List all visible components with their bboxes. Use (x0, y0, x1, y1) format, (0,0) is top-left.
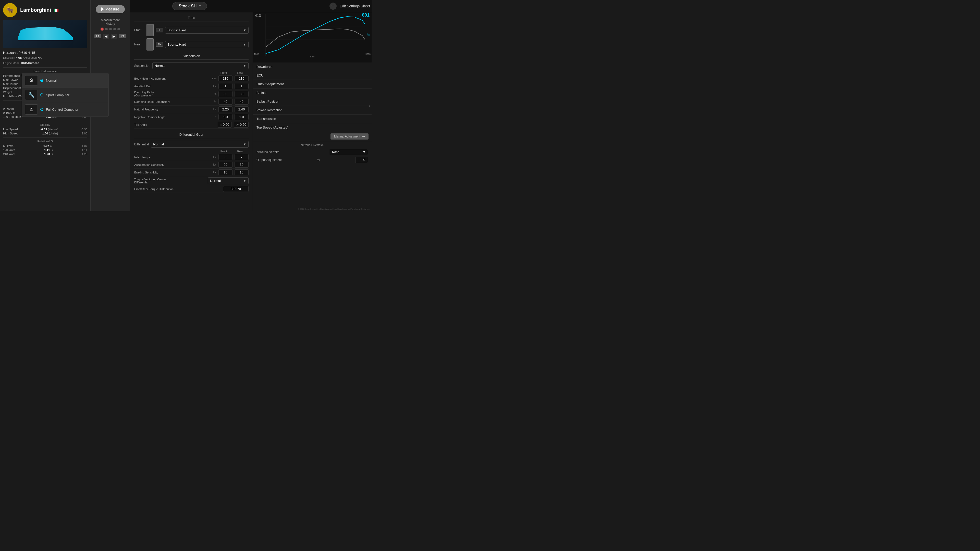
output-adj-label2: Output Adjustment (256, 158, 282, 162)
diff-label: Differential (134, 143, 149, 146)
rot-60-row: 60 km/h 1.07 G 1.07 (3, 144, 87, 148)
nitrous-row: Nitrous/Overtake None ▼ (256, 149, 368, 155)
front-tire-label: Front (134, 28, 145, 32)
front-tire-row: Front SH Sports: Hard ▼ (134, 24, 248, 36)
anti-roll-rear[interactable]: 1 (234, 83, 248, 89)
braking-sens-rear[interactable]: 15 (234, 169, 248, 175)
rear-tire-icon (146, 38, 154, 51)
fr-torque-value: 30 : 70 (223, 186, 248, 192)
initial-torque-front[interactable]: 5 (218, 154, 232, 160)
full-radio (40, 108, 43, 111)
diff-col-rear: Rear (232, 150, 248, 153)
braking-sens-row: Braking Sensitivity Lv. 10 15 (134, 168, 248, 176)
ecu-option-normal[interactable]: ⚙ Normal (22, 73, 108, 88)
accel-sens-row: Acceleration Sensitivity Lv. 20 30 (134, 161, 248, 168)
front-tire-select[interactable]: Sports: Hard ▼ (165, 27, 248, 34)
center-panel: Tires Front SH Sports: Hard ▼ Rear SH Sp… (130, 0, 253, 211)
body-height-front[interactable]: 115 (218, 76, 232, 81)
neg-camber-front[interactable]: 1.0 (218, 114, 232, 120)
flag-icon: 🇮🇹 (54, 8, 59, 13)
manual-adj-button[interactable]: Manual Adjustment ••• (331, 133, 369, 140)
ecu-option-full[interactable]: 🖥 Full Control Computer (22, 102, 108, 117)
output-adj-label: Output Adjustment (256, 82, 284, 86)
body-height-rear[interactable]: 115 (234, 76, 248, 81)
differential-value: Normal (153, 142, 164, 146)
rear-sh-badge: SH (156, 42, 163, 47)
torque-vec-label: Torque-Vectoring CenterDifferential (134, 178, 206, 184)
damping-c-row: Damping Ratio(Compression) % 30 30 (134, 90, 248, 98)
dot-5[interactable] (118, 28, 120, 30)
ballast-item[interactable]: Ballast (253, 89, 372, 97)
output-adj-value[interactable]: 0 (355, 157, 368, 163)
transmission-item[interactable]: Transmission (253, 114, 372, 123)
high-speed-row: High Speed -1.00 (Under) -1.00 (3, 131, 87, 135)
chart-hp-value: 601 (362, 13, 369, 18)
chart-rpm-label: rpm (310, 55, 314, 58)
output-adj-row: Output Adjustment % 0 (256, 157, 368, 163)
l1-badge: L1 (94, 34, 101, 38)
downforce-item[interactable]: Downforce (253, 62, 372, 71)
chevron-right-icon[interactable]: › (369, 103, 371, 108)
dot-3[interactable] (109, 28, 112, 30)
natural-freq-rear[interactable]: 2.40 (234, 106, 248, 112)
braking-sens-front[interactable]: 10 (218, 169, 232, 175)
menu-icon: ≡ (199, 4, 200, 8)
output-adj-item[interactable]: Output Adjustment (253, 80, 372, 89)
tires-section: Tires Front SH Sports: Hard ▼ Rear SH Sp… (130, 12, 253, 195)
toe-angle-rear[interactable]: ↗ 0.20 (234, 122, 248, 127)
copyright-text: © 2022 Sony Interactive Entertainment In… (298, 208, 370, 210)
accel-sens-front[interactable]: 20 (218, 162, 232, 168)
damping-e-front[interactable]: 40 (218, 99, 232, 105)
accel-sens-rear[interactable]: 30 (234, 162, 248, 168)
chart-rpm-max: 9000 (366, 53, 371, 56)
top-speed-label: Top Speed (Adjusted) (256, 125, 288, 129)
toe-angle-front[interactable]: ↕ 0.00 (218, 122, 232, 127)
nav-controls: L1 ◀ ▶ R1 (94, 34, 126, 39)
rear-tire-select[interactable]: Sports: Hard ▼ (165, 41, 248, 48)
initial-torque-row: Initial Torque Lv. 5 7 (134, 153, 248, 161)
differential-dropdown[interactable]: Normal ▼ (151, 141, 248, 148)
lamborghini-logo: 🐂 (3, 3, 17, 17)
torque-vec-dropdown[interactable]: Normal ▼ (208, 177, 248, 184)
ballast-pos-item[interactable]: Ballast Position (253, 97, 372, 106)
damping-c-front[interactable]: 30 (218, 91, 232, 97)
initial-torque-rear[interactable]: 7 (234, 154, 248, 160)
prev-button[interactable]: ◀ (103, 34, 109, 39)
damping-e-row: Damping Ratio (Expansion) % 40 40 (134, 98, 248, 106)
dot-1[interactable] (100, 27, 103, 30)
anti-roll-front[interactable]: 1 (218, 83, 232, 89)
measure-label: Measure (105, 7, 119, 11)
suspension-dropdown[interactable]: Normal ▼ (152, 62, 248, 69)
power-restrict-item[interactable]: Power Restriction (253, 106, 372, 114)
full-label: Full Control Computer (46, 108, 78, 111)
dot-4[interactable] (113, 28, 116, 30)
fr-torque-row: Front/Rear Torque Distribution 30 : 70 (134, 185, 248, 193)
damping-e-rear[interactable]: 40 (234, 99, 248, 105)
measurement-history-label: MeasurementHistory (101, 18, 119, 25)
body-height-row: Body Height Adjustment mm 115 115 (134, 75, 248, 83)
natural-freq-front[interactable]: 2.20 (218, 106, 232, 112)
measure-button[interactable]: Measure (96, 5, 125, 13)
dot-2[interactable] (105, 28, 108, 30)
damping-c-rear[interactable]: 30 (234, 91, 248, 97)
ecu-item[interactable]: ECU (253, 71, 372, 80)
rear-tire-arrow: ▼ (243, 43, 246, 46)
chart-hp-label: hp (367, 33, 370, 36)
stock-sh-button[interactable]: Stock SH ≡ (172, 2, 207, 10)
suspension-header: Suspension (134, 52, 248, 60)
normal-label: Normal (46, 79, 57, 83)
car-silhouette (14, 24, 76, 44)
nitrous-value: None (332, 150, 339, 154)
natural-freq-row: Natural Frequency Hz 2.20 2.40 (134, 106, 248, 113)
r1-badge: R1 (119, 34, 126, 38)
next-button[interactable]: ▶ (111, 34, 117, 39)
car-drivetrain: Drivetrain 4WD / Aspiration NA (3, 56, 87, 60)
ecu-option-sport[interactable]: 🔧 Sport Computer (22, 88, 108, 102)
options-button[interactable]: ••• (329, 3, 337, 10)
triangle-icon (101, 7, 104, 11)
nitrous-select[interactable]: None ▼ (330, 149, 368, 155)
neg-camber-rear[interactable]: 1.0 (234, 114, 248, 120)
top-speed-item[interactable]: Top Speed (Adjusted) (253, 123, 372, 132)
manual-adj-dots: ••• (362, 135, 365, 138)
suspension-value: Normal (155, 64, 165, 68)
